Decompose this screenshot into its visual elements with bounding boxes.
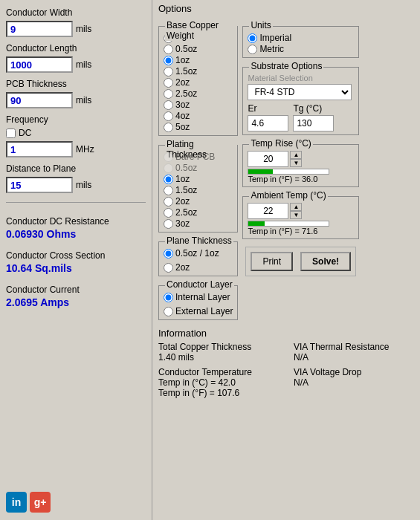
frequency-group: Frequency DC MHz <box>6 114 146 157</box>
plane-05-1oz[interactable]: 0.5oz / 1oz <box>164 248 233 259</box>
conductor-length-input[interactable] <box>6 56 73 73</box>
via-thermal-value: N/A <box>294 352 414 363</box>
units-group: Units Imperial Metric <box>242 26 359 58</box>
er-input[interactable] <box>248 115 288 131</box>
bcw-4oz[interactable]: 4oz <box>164 111 233 121</box>
conductor-dc-resistance-label: Conductor DC Resistance <box>6 216 146 227</box>
conductor-layer-radio-group: Internal Layer External Layer <box>164 292 233 316</box>
bcw-25oz[interactable]: 2.5oz <box>164 88 233 99</box>
solve-button[interactable]: Solve! <box>300 252 351 271</box>
information-section: Information Total Copper Thickness 1.40 … <box>152 323 420 403</box>
ambient-temp-up-button[interactable]: ▲ <box>290 203 302 211</box>
bcw-1oz[interactable]: 1oz <box>164 55 233 65</box>
units-legend: Units <box>249 20 272 30</box>
substrate-options-group: Substrate Options Material Selection FR-… <box>242 67 359 135</box>
google-plus-icon[interactable]: g+ <box>30 492 51 513</box>
temp-rise-input[interactable] <box>248 151 288 167</box>
plating-thickness-radio-group: Bare PCB 0.5oz 1oz 1.5oz 2oz 2.5oz 3oz <box>164 152 233 229</box>
plane-thickness-group: Plane Thickness 0.5oz / 1oz 2oz <box>158 241 238 276</box>
bcw-3oz[interactable]: 3oz <box>164 100 233 110</box>
total-copper-label: Total Copper Thickness <box>158 342 279 352</box>
via-voltage-label: VIA Voltage Drop <box>294 367 414 377</box>
temp-rise-legend: Temp Rise (°C) <box>249 138 312 149</box>
pt-1oz[interactable]: 1oz <box>164 174 233 184</box>
cl-internal[interactable]: Internal Layer <box>164 292 233 302</box>
temp-rise-progress-fill <box>248 169 272 174</box>
conductor-dc-resistance-value: 0.06930 Ohms <box>6 228 146 240</box>
bcw-5oz[interactable]: 5oz <box>164 122 233 132</box>
conductor-cross-section-label: Conductor Cross Section <box>6 250 146 261</box>
conductor-length-group: Conductor Length mils <box>6 43 146 73</box>
conductor-temp-f-value: Temp in (°F) = 107.6 <box>158 388 279 398</box>
conductor-width-label: Conductor Width <box>6 7 146 18</box>
temp-rise-progress <box>248 169 329 175</box>
via-thermal-label: VIA Thermal Resistance <box>294 342 414 352</box>
pt-bare[interactable]: Bare PCB <box>164 152 233 162</box>
conductor-length-label: Conductor Length <box>6 43 146 53</box>
conductor-current-section: Conductor Current 2.0695 Amps <box>6 285 146 308</box>
ambient-temp-group: Ambient Temp (°C) ▲ ▼ Temp in (°F) = 71.… <box>242 196 359 239</box>
unit-imperial[interactable]: Imperial <box>248 33 354 43</box>
ambient-temp-legend: Ambient Temp (°C) <box>249 190 327 201</box>
er-label: Er <box>248 103 288 114</box>
conductor-temp-label: Conductor Temperature <box>158 367 279 377</box>
frequency-unit: MHz <box>76 144 94 155</box>
bcw-15oz[interactable]: 1.5oz <box>164 66 233 77</box>
frequency-input[interactable] <box>6 141 73 157</box>
substrate-options-legend: Substrate Options <box>249 61 323 71</box>
pt-05oz[interactable]: 0.5oz <box>164 163 233 173</box>
base-copper-weight-radio-group: 0.25oz 0.5oz 1oz 1.5oz 2oz 2.5oz 3oz 4oz… <box>164 33 233 132</box>
print-button[interactable]: Print <box>251 252 293 271</box>
ambient-temp-down-button[interactable]: ▼ <box>290 211 302 219</box>
via-voltage-value: N/A <box>294 377 414 388</box>
ambient-temp-progress <box>248 221 329 227</box>
pt-3oz[interactable]: 3oz <box>164 218 233 229</box>
tg-input[interactable] <box>293 115 334 131</box>
base-copper-weight-legend: Base Copper Weight <box>165 20 237 41</box>
ambient-temp-f-text: Temp in (°F) = 71.6 <box>248 227 354 235</box>
pt-2oz[interactable]: 2oz <box>164 196 233 207</box>
substrate-select[interactable]: FR-4 STD FR-4 Rogers 4003 <box>248 84 352 100</box>
pt-15oz[interactable]: 1.5oz <box>164 185 233 195</box>
conductor-cross-section-value: 10.64 Sq.mils <box>6 262 146 274</box>
action-buttons-panel: Print Solve! <box>245 247 356 276</box>
temp-rise-up-button[interactable]: ▲ <box>290 151 302 159</box>
frequency-label: Frequency <box>6 114 146 125</box>
social-icons: in g+ <box>6 492 146 513</box>
distance-plane-input[interactable] <box>6 177 73 193</box>
pcb-thickness-group: PCB Thickness mils <box>6 79 146 108</box>
conductor-current-label: Conductor Current <box>6 285 146 295</box>
bcw-2oz[interactable]: 2oz <box>164 77 233 88</box>
plane-2oz[interactable]: 2oz <box>164 262 233 273</box>
temp-rise-down-button[interactable]: ▼ <box>290 159 302 167</box>
conductor-length-unit: mils <box>76 59 91 70</box>
information-grid: Total Copper Thickness 1.40 mils Conduct… <box>158 342 414 398</box>
plane-thickness-legend: Plane Thickness <box>165 235 233 246</box>
conductor-width-input[interactable] <box>6 21 73 37</box>
conductor-width-group: Conductor Width mils <box>6 7 146 37</box>
pt-25oz[interactable]: 2.5oz <box>164 207 233 218</box>
conductor-dc-resistance-section: Conductor DC Resistance 0.06930 Ohms <box>6 216 146 240</box>
conductor-layer-legend: Conductor Layer <box>165 279 234 290</box>
distance-plane-unit: mils <box>76 180 91 190</box>
ambient-temp-input[interactable] <box>248 203 288 219</box>
linkedin-icon[interactable]: in <box>6 492 27 513</box>
plating-thickness-group: Plating Thickness Bare PCB 0.5oz 1oz 1.5… <box>158 145 238 233</box>
temp-rise-f-text: Temp in (°F) = 36.0 <box>248 175 354 183</box>
conductor-width-unit: mils <box>76 24 91 34</box>
options-title: Options <box>158 3 414 14</box>
conductor-temp-value: Temp in (°C) = 42.0 <box>158 377 279 388</box>
conductor-layer-group: Conductor Layer Internal Layer External … <box>158 285 238 320</box>
bcw-05oz[interactable]: 0.5oz <box>164 44 233 54</box>
pcb-thickness-input[interactable] <box>6 92 73 108</box>
tg-label: Tg (°C) <box>293 103 334 114</box>
total-copper-value: 1.40 mils <box>158 352 279 363</box>
conductor-current-value: 2.0695 Amps <box>6 296 146 308</box>
cl-external[interactable]: External Layer <box>164 306 233 316</box>
frequency-dc-checkbox[interactable] <box>6 129 16 138</box>
plane-thickness-radio-group: 0.5oz / 1oz 2oz <box>164 248 233 273</box>
unit-metric[interactable]: Metric <box>248 44 354 54</box>
conductor-cross-section-section: Conductor Cross Section 10.64 Sq.mils <box>6 250 146 274</box>
material-selection-label: Material Selection <box>248 74 354 82</box>
divider <box>6 202 146 203</box>
